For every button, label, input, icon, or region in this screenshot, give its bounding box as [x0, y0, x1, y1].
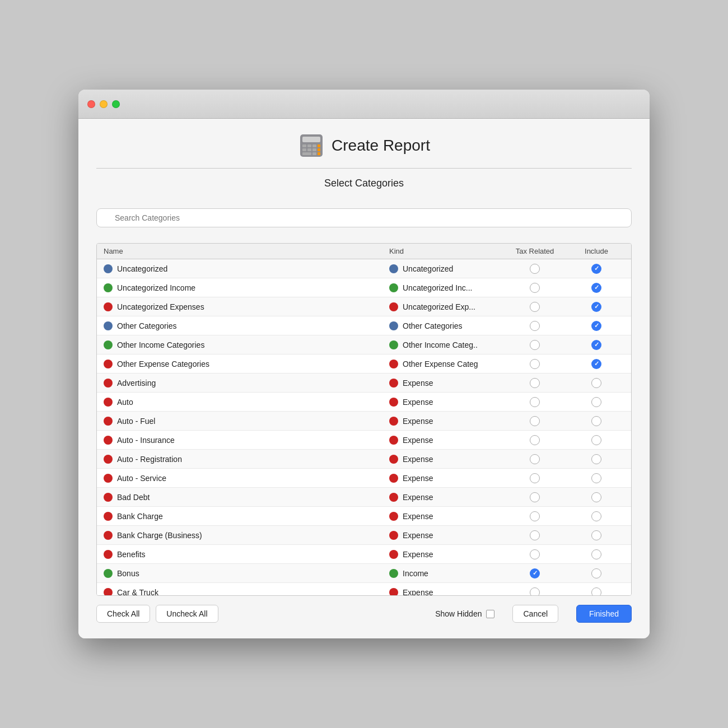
- include-cell[interactable]: [568, 568, 624, 578]
- include-cell[interactable]: [568, 283, 624, 293]
- footer-right: Show Hidden Cancel Finished: [435, 605, 632, 623]
- include-empty-radio: [591, 568, 601, 578]
- svg-rect-2: [302, 144, 306, 147]
- tax-cell[interactable]: [501, 530, 568, 540]
- footer: Check All Uncheck All Show Hidden Cancel…: [96, 605, 632, 623]
- include-cell[interactable]: [568, 511, 624, 521]
- minimize-button[interactable]: [100, 100, 108, 108]
- main-window: Create Report Select Categories 🔍 Name K…: [78, 90, 650, 638]
- tax-cell[interactable]: [501, 378, 568, 388]
- include-cell[interactable]: [568, 587, 624, 596]
- name-cell: Auto - Insurance: [104, 436, 389, 445]
- tax-empty-radio: [530, 321, 540, 331]
- include-cell[interactable]: [568, 530, 624, 540]
- include-checked-icon: [591, 359, 601, 369]
- tax-cell[interactable]: [501, 321, 568, 331]
- include-cell[interactable]: [568, 492, 624, 502]
- svg-rect-12: [318, 152, 320, 155]
- tax-cell[interactable]: [501, 492, 568, 502]
- row-kind-text: Other Expense Categ: [403, 360, 478, 368]
- search-input[interactable]: [96, 208, 632, 227]
- table-header: Name Kind Tax Related Include: [97, 244, 631, 259]
- include-cell[interactable]: [568, 321, 624, 331]
- search-wrapper: 🔍: [96, 208, 632, 235]
- row-name-text: Auto - Insurance: [117, 436, 175, 445]
- include-cell[interactable]: [568, 302, 624, 312]
- name-cell: Bank Charge (Business): [104, 531, 389, 540]
- row-name-text: Auto - Fuel: [117, 417, 155, 426]
- table-row: Uncategorized IncomeUncategorized Inc...: [97, 278, 631, 297]
- tax-cell[interactable]: [501, 283, 568, 293]
- name-cell: Uncategorized Income: [104, 283, 389, 292]
- row-dot-kind-6: [389, 379, 398, 388]
- name-cell: Auto - Fuel: [104, 417, 389, 426]
- kind-cell: Expense: [389, 550, 501, 559]
- tax-empty-radio: [530, 587, 540, 596]
- tax-cell[interactable]: [501, 264, 568, 274]
- kind-cell: Expense: [389, 455, 501, 464]
- row-kind-text: Expense: [403, 455, 433, 464]
- maximize-button[interactable]: [112, 100, 120, 108]
- show-hidden-checkbox[interactable]: [486, 610, 494, 618]
- finished-button[interactable]: Finished: [576, 605, 632, 623]
- tax-cell[interactable]: [501, 435, 568, 445]
- tax-cell[interactable]: [501, 397, 568, 407]
- include-cell[interactable]: [568, 340, 624, 350]
- tax-cell[interactable]: [501, 511, 568, 521]
- tax-cell[interactable]: [501, 568, 568, 578]
- include-cell[interactable]: [568, 264, 624, 274]
- tax-cell[interactable]: [501, 473, 568, 483]
- row-dot-name-3: [104, 321, 113, 330]
- include-cell[interactable]: [568, 416, 624, 426]
- table-row: Auto - FuelExpense: [97, 412, 631, 431]
- include-empty-radio: [591, 587, 601, 596]
- check-all-button[interactable]: Check All: [96, 605, 150, 623]
- name-cell: Auto - Service: [104, 474, 389, 483]
- include-cell[interactable]: [568, 397, 624, 407]
- include-cell[interactable]: [568, 359, 624, 369]
- row-kind-text: Uncategorized: [403, 264, 453, 273]
- kind-cell: Expense: [389, 379, 501, 388]
- include-cell[interactable]: [568, 378, 624, 388]
- kind-cell: Uncategorized: [389, 264, 501, 273]
- kind-cell: Other Expense Categ: [389, 360, 501, 368]
- tax-cell[interactable]: [501, 587, 568, 596]
- include-cell[interactable]: [568, 549, 624, 559]
- close-button[interactable]: [87, 100, 95, 108]
- row-kind-text: Expense: [403, 474, 433, 483]
- row-dot-kind-2: [389, 302, 398, 311]
- uncheck-all-button[interactable]: Uncheck All: [156, 605, 218, 623]
- col-kind: Kind: [389, 247, 501, 255]
- row-name-text: Uncategorized Income: [117, 283, 195, 292]
- tax-cell[interactable]: [501, 416, 568, 426]
- row-dot-kind-12: [389, 493, 398, 502]
- include-checked-icon: [591, 264, 601, 274]
- row-kind-text: Expense: [403, 531, 433, 540]
- tax-cell[interactable]: [501, 340, 568, 350]
- kind-cell: Uncategorized Inc...: [389, 283, 501, 292]
- row-name-text: Benefits: [117, 550, 146, 559]
- tax-cell[interactable]: [501, 302, 568, 312]
- cancel-button[interactable]: Cancel: [512, 605, 558, 623]
- row-dot-kind-1: [389, 283, 398, 292]
- row-name-text: Car & Truck: [117, 588, 158, 596]
- tax-cell[interactable]: [501, 549, 568, 559]
- include-cell[interactable]: [568, 473, 624, 483]
- include-checked-icon: [591, 283, 601, 293]
- tax-cell[interactable]: [501, 359, 568, 369]
- kind-cell: Uncategorized Exp...: [389, 302, 501, 311]
- include-cell[interactable]: [568, 435, 624, 445]
- tax-cell[interactable]: [501, 454, 568, 464]
- include-cell[interactable]: [568, 454, 624, 464]
- row-kind-text: Expense: [403, 436, 433, 445]
- row-name-text: Bonus: [117, 569, 139, 578]
- titlebar: [78, 90, 650, 119]
- row-dot-kind-5: [389, 360, 398, 368]
- tax-empty-radio: [530, 530, 540, 540]
- kind-cell: Expense: [389, 474, 501, 483]
- include-empty-radio: [591, 435, 601, 445]
- row-kind-text: Uncategorized Exp...: [403, 302, 475, 311]
- include-checked-icon: [591, 340, 601, 350]
- row-dot-kind-13: [389, 512, 398, 521]
- table-row: Bad DebtExpense: [97, 488, 631, 507]
